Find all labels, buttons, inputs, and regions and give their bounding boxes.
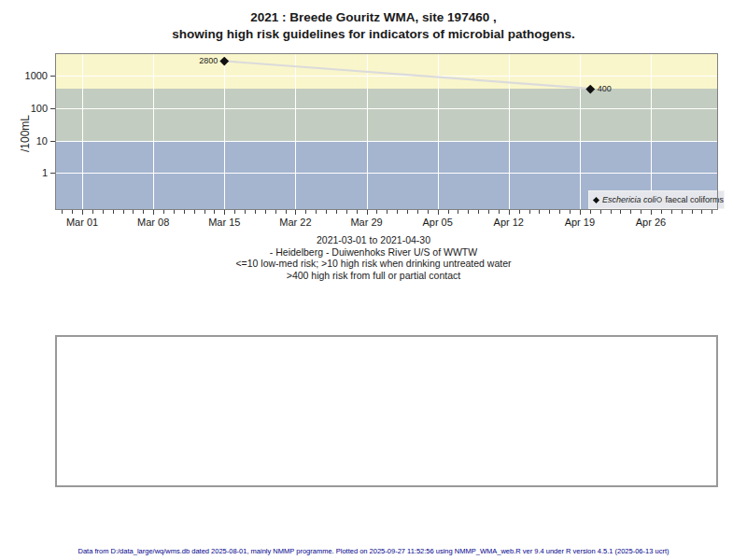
x-minor-tick <box>346 210 347 214</box>
x-minor-tick <box>275 210 276 214</box>
x-minor-tick <box>570 210 571 214</box>
y-tick-label: 10 <box>1 135 48 147</box>
x-minor-tick <box>123 210 124 214</box>
x-minor-tick <box>357 210 358 214</box>
x-major-tick <box>224 210 225 215</box>
x-minor-tick <box>62 210 63 214</box>
x-minor-tick <box>72 210 73 214</box>
x-minor-tick <box>204 210 205 214</box>
legend-entry-faecal-coliforms: faecal coliforms <box>656 195 725 204</box>
x-minor-tick <box>701 210 702 214</box>
x-major-tick <box>580 210 581 215</box>
x-minor-tick <box>255 210 256 214</box>
filled-diamond-icon <box>593 196 599 203</box>
x-minor-tick <box>92 210 93 214</box>
x-minor-tick <box>376 210 377 214</box>
x-minor-tick <box>488 210 489 214</box>
x-minor-tick <box>549 210 550 214</box>
x-minor-tick <box>265 210 266 214</box>
x-minor-tick <box>529 210 530 214</box>
x-minor-tick <box>539 210 540 214</box>
x-minor-tick <box>387 210 388 214</box>
x-tick-label: Apr 12 <box>481 217 537 228</box>
x-minor-tick <box>499 210 500 214</box>
x-minor-tick <box>671 210 672 214</box>
x-major-tick <box>153 210 154 215</box>
x-major-tick <box>295 210 296 215</box>
x-major-tick <box>438 210 439 215</box>
x-minor-tick <box>692 210 693 214</box>
x-minor-tick <box>519 210 520 214</box>
x-minor-tick <box>641 210 641 214</box>
x-minor-tick <box>286 210 287 214</box>
caption: 2021-03-01 to 2021-04-30 - Heidelberg - … <box>0 234 747 281</box>
legend-label: faecal coliforms <box>666 195 725 204</box>
x-minor-tick <box>234 210 235 214</box>
x-minor-tick <box>682 210 683 214</box>
x-minor-tick <box>143 210 144 214</box>
x-major-tick <box>82 210 83 215</box>
chart-title-line2: showing high risk guidelines for indicat… <box>0 26 747 43</box>
legend: Eschericia coli faecal coliforms <box>588 190 725 209</box>
chart-title: 2021 : Breede Gouritz WMA, site 197460 ,… <box>0 9 747 43</box>
y-axis-title: /100mL <box>19 115 32 152</box>
x-tick-label: Mar 01 <box>54 217 110 228</box>
x-major-tick <box>509 210 510 215</box>
x-minor-tick <box>113 210 114 214</box>
y-tick-label: 1000 <box>1 70 48 81</box>
x-tick-label: Mar 22 <box>267 217 323 228</box>
x-minor-tick <box>590 210 591 214</box>
x-minor-tick <box>407 210 408 214</box>
empty-second-panel <box>55 335 718 487</box>
y-tick-label: 100 <box>1 103 48 114</box>
legend-entry-escherichia-coli: Eschericia coli <box>594 195 656 204</box>
x-minor-tick <box>630 210 631 214</box>
x-minor-tick <box>245 210 246 214</box>
x-tick-label: Mar 08 <box>125 217 181 228</box>
data-point-label: 2800 <box>199 56 218 65</box>
x-tick-label: Mar 29 <box>339 217 395 228</box>
caption-site-name: - Heidelberg - Duiwenhoks River U/S of W… <box>0 246 747 259</box>
x-minor-tick <box>214 210 215 214</box>
y-tick-label: 1 <box>1 167 48 178</box>
x-minor-tick <box>305 210 306 214</box>
x-minor-tick <box>600 210 601 214</box>
chart-title-line1: 2021 : Breede Gouritz WMA, site 197460 , <box>0 9 747 26</box>
x-minor-tick <box>397 210 398 214</box>
x-major-tick <box>651 210 652 215</box>
plot-area: Eschericia coli faecal coliforms 2800400 <box>55 53 718 210</box>
x-minor-tick <box>428 210 429 214</box>
x-tick-label: Mar 15 <box>196 217 252 228</box>
x-minor-tick <box>712 210 712 214</box>
x-minor-tick <box>559 210 560 214</box>
x-minor-tick <box>611 210 612 214</box>
x-minor-tick <box>163 210 164 214</box>
caption-risk-guideline-contact: >400 high risk from full or partial cont… <box>0 270 747 282</box>
x-minor-tick <box>326 210 327 214</box>
x-minor-tick <box>478 210 479 214</box>
x-minor-tick <box>458 210 458 214</box>
series-line <box>55 53 718 210</box>
footer-provenance-text: Data from D:/data_large/wq/wms.db dated … <box>0 547 747 555</box>
legend-label: Eschericia coli <box>602 195 656 204</box>
x-minor-tick <box>468 210 469 214</box>
x-tick-label: Apr 26 <box>623 217 679 228</box>
x-minor-tick <box>133 210 134 214</box>
x-minor-tick <box>661 210 662 214</box>
caption-date-range: 2021-03-01 to 2021-04-30 <box>0 234 747 246</box>
data-point-label: 400 <box>598 84 612 93</box>
x-minor-tick <box>336 210 337 214</box>
x-minor-tick <box>448 210 449 214</box>
x-minor-tick <box>103 210 104 214</box>
x-minor-tick <box>620 210 621 214</box>
x-minor-tick <box>184 210 185 214</box>
x-minor-tick <box>194 210 195 214</box>
x-minor-tick <box>417 210 418 214</box>
open-circle-icon <box>656 197 662 203</box>
x-minor-tick <box>316 210 317 214</box>
x-major-tick <box>367 210 368 215</box>
caption-risk-guideline-drinking: <=10 low-med risk; >10 high risk when dr… <box>0 258 747 270</box>
x-tick-label: Apr 19 <box>552 217 608 228</box>
x-tick-label: Apr 05 <box>410 217 466 228</box>
x-minor-tick <box>174 210 175 214</box>
